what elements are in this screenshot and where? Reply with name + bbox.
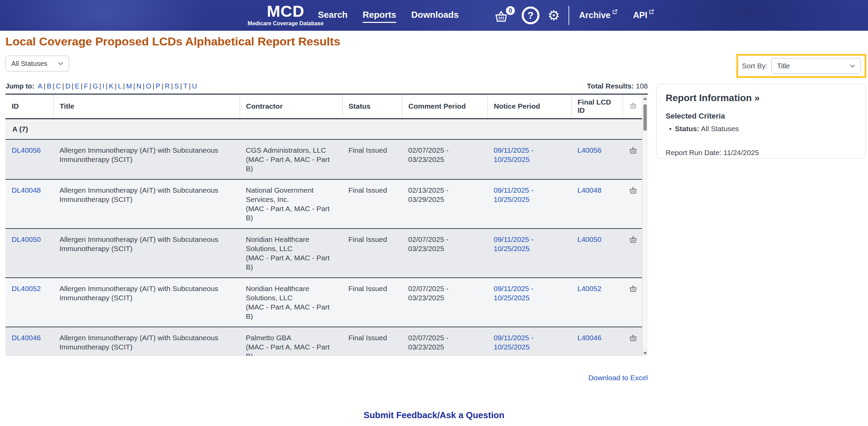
row-contractor: Noridian Healthcare Solutions, LLC	[246, 235, 337, 253]
col-header-status[interactable]: Status	[342, 95, 402, 119]
results-table-header: ID Title Contractor Status Comment Perio…	[5, 95, 642, 119]
nav-search[interactable]: Search	[318, 10, 348, 23]
row-notice-period-link[interactable]: 09/11/2025 - 10/25/2025	[494, 285, 533, 302]
jump-to-letter-S[interactable]: S	[173, 82, 180, 90]
row-title: Allergen Immunotherapy (AIT) with Subcut…	[53, 327, 240, 356]
col-header-basket[interactable]	[623, 95, 642, 119]
row-comment-period: 02/07/2025 - 03/23/2025	[402, 327, 488, 356]
proposed-lcd-id-link[interactable]: DL40056	[12, 146, 41, 154]
col-header-contractor[interactable]: Contractor	[240, 95, 342, 119]
feedback-bar: Submit Feedback/Ask a Question	[0, 410, 868, 421]
report-information-toggle[interactable]: Report Information »	[666, 93, 857, 104]
jump-to-letters: A|B|C|D|E|F|G|I|K|L|M|N|O|P|R|S|T|U	[36, 82, 198, 90]
status-filter-select[interactable]: All Statuses	[5, 56, 69, 71]
chevron-down-icon	[850, 65, 855, 68]
proposed-lcd-id-link[interactable]: DL40050	[12, 235, 41, 243]
table-row: DL40048 Allergen Immunotherapy (AIT) wit…	[5, 179, 642, 229]
external-link-icon	[649, 9, 654, 14]
table-row: DL40050 Allergen Immunotherapy (AIT) wit…	[5, 229, 642, 278]
results-table-scroll-area: ID Title Contractor Status Comment Perio…	[5, 95, 642, 356]
col-header-title[interactable]: Title	[53, 95, 240, 119]
scrollbar-thumb[interactable]	[643, 104, 647, 131]
external-link-icon	[612, 9, 617, 14]
col-header-final-lcd-id[interactable]: Final LCD ID	[571, 95, 623, 119]
logo-subtitle: Medicare Coverage Database	[245, 20, 326, 27]
scrollbar-up-arrow[interactable]	[642, 95, 648, 102]
add-to-basket-icon[interactable]	[629, 187, 637, 196]
final-lcd-id-link[interactable]: L40046	[577, 334, 601, 342]
jump-to-separator: |	[143, 82, 145, 90]
jump-to-letter-I[interactable]: I	[101, 82, 106, 90]
status-filter-value: All Statuses	[11, 60, 48, 68]
row-status: Final Issued	[342, 139, 402, 179]
row-notice-period-link[interactable]: 09/11/2025 - 10/25/2025	[494, 235, 533, 252]
jump-to-letter-D[interactable]: D	[64, 82, 71, 90]
submit-feedback-link[interactable]: Submit Feedback/Ask a Question	[364, 410, 505, 420]
basket-button[interactable]: 0	[494, 7, 513, 24]
jump-to-letter-A[interactable]: A	[36, 82, 43, 90]
settings-gear-icon[interactable]: ⚙	[548, 6, 560, 24]
basket-count-badge: 0	[506, 6, 515, 15]
jump-to-letter-K[interactable]: K	[107, 82, 115, 90]
nav-downloads[interactable]: Downloads	[411, 10, 459, 23]
jump-to-letter-N[interactable]: N	[135, 82, 143, 90]
row-contractor: Noridian Healthcare Solutions, LLC	[246, 284, 337, 302]
header-divider	[569, 6, 569, 25]
jump-to-letter-E[interactable]: E	[74, 82, 81, 90]
jump-to-letter-P[interactable]: P	[155, 82, 162, 90]
jump-to-letter-O[interactable]: O	[145, 82, 153, 90]
row-notice-period-link[interactable]: 09/11/2025 - 10/25/2025	[494, 146, 533, 163]
table-vertical-scrollbar[interactable]	[642, 95, 648, 356]
row-contractor-type: (MAC - Part A, MAC - Part B)	[246, 155, 337, 173]
jump-to-letter-C[interactable]: C	[55, 82, 62, 90]
add-to-basket-icon[interactable]	[629, 285, 637, 294]
row-contractor-type: (MAC - Part A, MAC - Part B)	[246, 342, 337, 356]
api-link[interactable]: API	[633, 10, 654, 20]
add-to-basket-icon[interactable]	[629, 334, 637, 344]
report-run-date: Report Run Date: 11/24/2025	[666, 149, 857, 157]
proposed-lcd-id-link[interactable]: DL40052	[12, 285, 41, 292]
final-lcd-id-link[interactable]: L40050	[577, 235, 601, 243]
criteria-value: All Statuses	[701, 125, 739, 133]
jump-to-letter-G[interactable]: G	[91, 82, 99, 90]
col-header-notice-period[interactable]: Notice Period	[488, 95, 571, 119]
download-to-excel-link[interactable]: Download to Excel	[588, 374, 648, 382]
row-notice-period-link[interactable]: 09/11/2025 - 10/25/2025	[494, 186, 533, 203]
mcd-logo[interactable]: MCD Medicare Coverage Database	[245, 3, 326, 27]
main-nav: Search Reports Downloads	[318, 10, 459, 23]
jump-to-letter-U[interactable]: U	[191, 82, 198, 90]
total-results-label: Total Results:	[587, 82, 634, 90]
archive-link[interactable]: Archive	[579, 10, 617, 20]
final-lcd-id-link[interactable]: L40048	[577, 186, 601, 194]
col-header-id[interactable]: ID	[5, 95, 53, 119]
proposed-lcd-id-link[interactable]: DL40046	[12, 334, 41, 342]
group-row-a: A (7)	[5, 119, 642, 139]
col-header-comment-period[interactable]: Comment Period	[402, 95, 488, 119]
row-comment-period: 02/07/2025 - 03/23/2025	[402, 139, 488, 179]
jump-to-letter-L[interactable]: L	[117, 82, 123, 90]
add-to-basket-icon[interactable]	[629, 236, 637, 245]
sort-by-label: Sort By:	[742, 62, 767, 70]
final-lcd-id-link[interactable]: L40056	[577, 146, 601, 154]
sort-by-select[interactable]: Title	[771, 58, 861, 74]
external-links: Archive API	[579, 10, 654, 20]
scrollbar-down-arrow[interactable]	[642, 349, 648, 356]
group-row-label: A (7)	[5, 119, 642, 139]
page-title: Local Coverage Proposed LCDs Alphabetica…	[5, 35, 340, 48]
nav-reports[interactable]: Reports	[363, 10, 396, 23]
row-comment-period: 02/13/2025 - 03/29/2025	[402, 179, 488, 229]
mcd-report-page: MCD Medicare Coverage Database Search Re…	[0, 0, 868, 426]
jump-to-letter-F[interactable]: F	[82, 82, 89, 90]
final-lcd-id-link[interactable]: L40052	[577, 285, 601, 292]
jump-to-letter-M[interactable]: M	[125, 82, 133, 90]
jump-to-letter-R[interactable]: R	[163, 82, 171, 90]
proposed-lcd-id-link[interactable]: DL40048	[12, 186, 41, 194]
add-to-basket-icon[interactable]	[629, 147, 637, 156]
row-contractor-type: (MAC - Part A, MAC - Part B)	[246, 302, 337, 321]
report-run-date-value: 11/24/2025	[723, 149, 759, 156]
row-notice-period-link[interactable]: 09/11/2025 - 10/25/2025	[494, 334, 533, 351]
help-button[interactable]: ?	[522, 6, 539, 24]
jump-to-letter-T[interactable]: T	[182, 82, 189, 90]
header-icons: 0 ? ⚙	[494, 5, 560, 25]
jump-to-letter-B[interactable]: B	[45, 82, 53, 90]
